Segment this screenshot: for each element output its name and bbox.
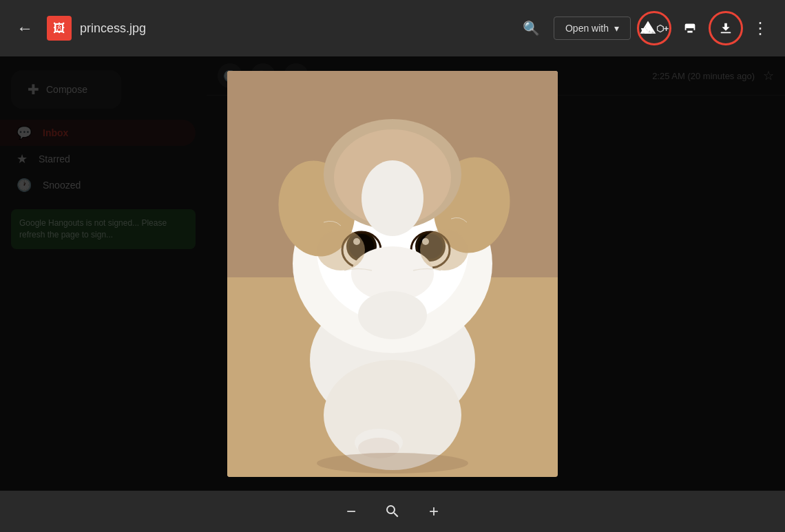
- dog-svg: [227, 71, 558, 477]
- drive-icon: [640, 20, 656, 36]
- zoom-out-button[interactable]: −: [339, 499, 364, 524]
- zoom-search-icon[interactable]: [380, 499, 405, 524]
- download-icon: [718, 21, 733, 36]
- open-with-arrow: ▾: [614, 23, 619, 34]
- zoom-in-button[interactable]: +: [421, 499, 446, 524]
- image-container: [0, 56, 785, 491]
- file-icon-symbol: 🖼: [53, 21, 65, 36]
- print-button[interactable]: [675, 13, 705, 43]
- dog-image: [227, 71, 558, 477]
- toolbar-actions: ⬡+ ⋮: [639, 13, 774, 43]
- search-button[interactable]: 🔍: [517, 14, 545, 42]
- viewer-toolbar: ← 🖼 princess.jpg 🔍 Open with ▾: [0, 0, 785, 56]
- svg-point-32: [317, 229, 365, 270]
- open-with-button[interactable]: Open with ▾: [554, 17, 631, 40]
- svg-point-34: [317, 453, 468, 474]
- zoom-controls: − +: [0, 491, 785, 532]
- file-name: princess.jpg: [80, 21, 146, 36]
- image-viewer-overlay: ← 🖼 princess.jpg 🔍 Open with ▾: [0, 0, 785, 532]
- save-to-drive-button[interactable]: ⬡+: [639, 13, 669, 43]
- magnify-icon: [384, 503, 401, 520]
- download-button[interactable]: [711, 13, 741, 43]
- print-icon: [682, 21, 698, 36]
- svg-point-33: [420, 229, 468, 270]
- svg-point-15: [362, 160, 423, 236]
- open-with-label: Open with: [565, 23, 609, 34]
- more-options-button[interactable]: ⋮: [746, 13, 774, 43]
- svg-point-29: [358, 291, 427, 339]
- svg-rect-4: [721, 32, 731, 34]
- file-type-icon: 🖼: [47, 16, 72, 41]
- zoom-out-label: −: [346, 502, 356, 521]
- zoom-in-label: +: [429, 502, 439, 521]
- back-button[interactable]: ←: [11, 13, 39, 43]
